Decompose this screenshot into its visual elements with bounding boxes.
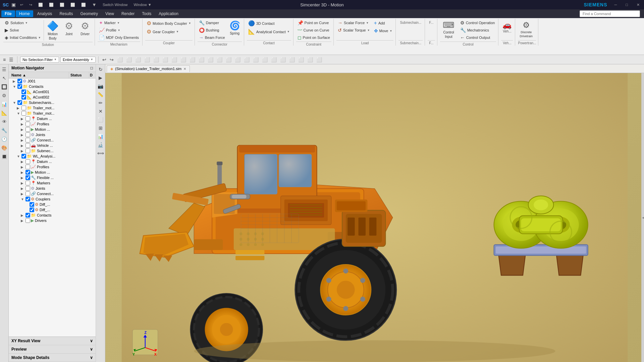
tree-check-joints2[interactable]	[25, 186, 30, 191]
spring-btn[interactable]: 🌀 Spring	[228, 19, 242, 36]
vt-analysis[interactable]: 🔬	[97, 141, 104, 148]
vt-camera[interactable]: 📷	[97, 82, 104, 90]
tree-item-drivers[interactable]: ▶ ▶ Drivers	[9, 218, 96, 223]
initial-conditions-btn[interactable]: ◈ Initial Conditions ▼	[3, 34, 42, 41]
xy-result-view-header[interactable]: XY Result View ∨	[9, 337, 96, 345]
gear-coupler-btn[interactable]: ⚙ Gear Coupler ▼	[145, 28, 193, 36]
motion-body-btn[interactable]: 🔷 Motion Body	[45, 19, 60, 41]
tree-check-markers[interactable]	[25, 181, 30, 185]
tree-item-acont002[interactable]: 📐 ACont002	[9, 95, 96, 100]
quick-access-2[interactable]: ⬜	[47, 2, 55, 8]
vt-chart[interactable]: 📊	[97, 133, 104, 140]
tree-check-datum2[interactable]	[25, 159, 30, 164]
tree-check-acont001[interactable]	[21, 89, 26, 94]
tree-item-wl-analysi[interactable]: ▼ 📁 WL_Analysi...	[9, 154, 96, 159]
tb-icon-7[interactable]: ⬜	[152, 56, 160, 63]
mdf-btn[interactable]: 📄 MDF Only Elements	[98, 34, 140, 41]
scalar-force-btn[interactable]: → Scalar Force ▼	[336, 19, 371, 26]
preview-header[interactable]: Preview ∨	[9, 345, 96, 354]
tree-check-profiles1[interactable]	[25, 122, 30, 126]
vt-play[interactable]: ▶	[98, 74, 103, 81]
discrete-drivetrain-btn[interactable]: ⚙ Discrete Drivetrain	[518, 19, 534, 39]
tree-check-vehicle[interactable]	[25, 143, 30, 148]
menu-file[interactable]: File	[1, 10, 15, 17]
point-on-curve-btn[interactable]: 📌 Point on Curve	[296, 19, 331, 26]
tb-icon-12[interactable]: ⬜	[198, 56, 205, 63]
vt-rotate[interactable]: ↻	[98, 66, 104, 73]
quick-access-5[interactable]: ⬜	[79, 2, 88, 8]
left-icon-geometry[interactable]: 📐	[1, 109, 8, 117]
mode-shape-header[interactable]: Mode Shape Details ∨	[9, 354, 96, 362]
control-operation-btn[interactable]: ⚙ Control Operation	[459, 19, 496, 26]
tree-check-couplers[interactable]	[25, 197, 30, 201]
left-icon-analysis[interactable]: 📊	[1, 101, 8, 108]
tb-icon-18[interactable]: ⬜	[252, 56, 260, 63]
analytical-contact-btn[interactable]: 📐 Analytical Contact ▼	[247, 28, 291, 36]
menu-application[interactable]: Application	[155, 10, 182, 17]
customize-btn[interactable]: ▼	[90, 1, 98, 8]
menu-view[interactable]: View	[102, 10, 117, 17]
switch-window-btn[interactable]: Switch Window	[101, 2, 129, 7]
tb-icon-25[interactable]: ⬜	[315, 56, 323, 63]
tree-item-joints2[interactable]: ▶ ⚙ Joints	[9, 186, 96, 191]
tree-item-submechanis[interactable]: ▼ 📁 Submechanis...	[9, 100, 96, 105]
tree-item-datum2[interactable]: ▶ 📍 Datum ...	[9, 159, 96, 164]
tree-item-joints1[interactable]: ▶ ⚙ Joints	[9, 132, 96, 137]
tree-item-trailer2[interactable]: ▼ 📁 Trailer_mot...	[9, 111, 96, 116]
vt-expand[interactable]: ⟺	[96, 149, 105, 157]
move-btn[interactable]: ✥ Move ▼	[373, 27, 394, 34]
menu-analysis[interactable]: Analysis	[34, 10, 56, 17]
tb-icon-6[interactable]: ⬜	[143, 56, 151, 63]
tb-icon-23[interactable]: ⬜	[297, 56, 305, 63]
quick-access-3[interactable]: ⬜	[58, 2, 66, 8]
tree-item-connect1[interactable]: ▶ 🔗 Connect...	[9, 137, 96, 143]
curve-on-curve-btn[interactable]: 〰 Curve on Curve	[296, 27, 331, 34]
tree-item-diff2[interactable]: ⚙ Diff_...	[9, 207, 96, 213]
tree-item-couplers[interactable]: ▼ ⚙ Couplers	[9, 196, 96, 202]
tree-check-connect1[interactable]	[25, 138, 30, 142]
tree-check-drivers[interactable]	[25, 218, 30, 223]
joint-btn[interactable]: ⚙ Joint	[62, 19, 76, 37]
left-icon-select[interactable]: ↖	[1, 74, 8, 82]
control-output-btn[interactable]: ← Control Output	[459, 34, 496, 41]
tree-item-j001[interactable]: ▶ ⚙ J001	[9, 78, 96, 84]
tree-check-diff2[interactable]	[30, 207, 34, 212]
tree-item-flexible[interactable]: ▶ 🔧 Flexible ...	[9, 175, 96, 180]
tree-item-contacts2[interactable]: ▶ 📁 Contacts	[9, 213, 96, 218]
tb-icon-11[interactable]: ⬜	[189, 56, 196, 63]
tree-item-profiles1[interactable]: ▶ 📈 Profiles	[9, 121, 96, 127]
vt-pencil[interactable]: ✏	[98, 99, 104, 107]
tree-item-acont001[interactable]: 📐 ACont001	[9, 89, 96, 95]
add-btn[interactable]: + Add	[373, 19, 394, 27]
tree-item-profiles2[interactable]: ▶ 📈 Profiles	[9, 164, 96, 170]
left-icon-assembly[interactable]: 🔲	[1, 83, 8, 90]
beam-force-btn[interactable]: → Beam Force	[198, 34, 226, 41]
solution-dropdown[interactable]: ⚙ Solution ▼	[3, 19, 42, 26]
vt-cross[interactable]: ✕	[98, 108, 104, 115]
left-icon-clock[interactable]: 🕐	[1, 135, 8, 143]
tree-check-motion2[interactable]	[25, 170, 30, 175]
menu-icon[interactable]: ☰	[8, 56, 14, 63]
nav-col-name-header[interactable]: Name ▲	[9, 72, 69, 78]
tree-item-submec[interactable]: ▶ 📁 Submec...	[9, 148, 96, 154]
tree-check-trailer1[interactable]	[21, 106, 26, 110]
tb-icon-17[interactable]: ⬜	[243, 56, 251, 63]
quick-access-1[interactable]: ⬜	[37, 2, 45, 8]
tb-icon-16[interactable]: ⬜	[234, 56, 241, 63]
tree-check-contacts2[interactable]	[25, 213, 30, 218]
tree-check-flexible[interactable]	[25, 175, 30, 180]
control-input-btn[interactable]: ⌨ Control Input	[440, 19, 458, 40]
menu-render[interactable]: Render	[118, 10, 138, 17]
tree-check-j001[interactable]	[17, 79, 22, 83]
window-menu-btn[interactable]: Window ▼	[132, 2, 153, 7]
menu-tools[interactable]: Tools	[139, 10, 155, 17]
menu-home[interactable]: Home	[16, 10, 33, 17]
maximize-btn[interactable]: □	[624, 2, 630, 7]
tb-icon-2[interactable]: ↪	[109, 56, 115, 63]
viewport-tab-sim[interactable]: ◈ (Simulation) Loader_Trailer_motion1.si…	[107, 65, 190, 72]
tree-check-motion1[interactable]	[25, 127, 30, 132]
viewport-tab-close[interactable]: ✕	[183, 67, 186, 71]
tree-item-diff1[interactable]: ⚙ Diff_...	[9, 202, 96, 207]
quick-access-4[interactable]: ⬜	[69, 2, 77, 8]
viewport-right-edge[interactable]: ◀	[641, 73, 644, 362]
